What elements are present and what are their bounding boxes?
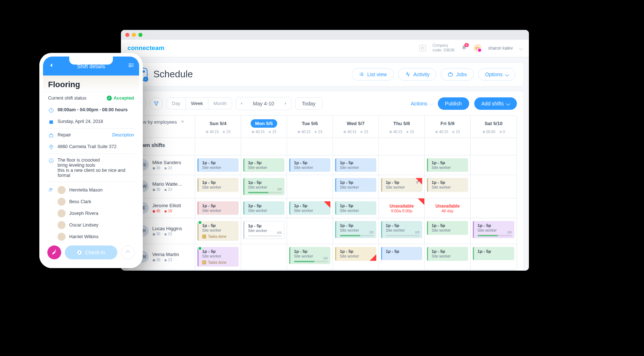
shift-block[interactable]: 1p - 5pSite worker (243, 158, 284, 172)
schedule-cell[interactable]: 1p - 5pSite worker3/5 (287, 244, 333, 270)
schedule-cell[interactable] (471, 155, 517, 175)
schedule-cell[interactable] (287, 175, 333, 198)
shift-block[interactable]: 1p - 5pSite worker3/5 (289, 247, 330, 264)
today-button[interactable]: Today (295, 97, 322, 110)
shift-block[interactable]: 1p - 5pSite worker0/5 (243, 221, 284, 239)
check-in-button[interactable]: Check-in (65, 245, 117, 259)
window-minimize-icon[interactable] (132, 33, 136, 37)
shift-block[interactable]: 1p - 5pSite worker (427, 221, 468, 235)
avatar-icon (58, 198, 66, 206)
schedule-cell[interactable]: 1p - 5pSite worker3/5 (471, 218, 517, 244)
view-day-tab[interactable]: Day (167, 98, 185, 109)
publish-button[interactable]: Publish (438, 97, 469, 110)
schedule-cell[interactable]: 1p - 5pSite worker3/5 (241, 175, 287, 198)
help-icon[interactable]: ? (419, 45, 426, 51)
schedule-cell[interactable]: 1p - 5pSite worker (333, 175, 379, 198)
shift-block[interactable]: 1p - 5pSite worker (197, 201, 239, 215)
schedule-cell[interactable]: 1p - 5pSite worker0/5 (379, 218, 425, 244)
jobs-button[interactable]: Jobs (441, 68, 474, 81)
view-month-tab[interactable]: Month (208, 98, 232, 109)
shift-block[interactable]: 1p - 5pSite worker (335, 158, 376, 172)
next-range-button[interactable] (280, 97, 291, 110)
schedule-cell[interactable]: 1p - 5pSite worker (333, 198, 379, 218)
schedule-cell[interactable] (379, 155, 425, 175)
schedule-cell[interactable]: 1p - 5pSite worker (425, 155, 471, 175)
user-avatar-icon[interactable]: SK (474, 44, 482, 52)
tasks-done-badge: ✓Tasks done (202, 235, 236, 239)
chevron-down-icon[interactable] (519, 46, 523, 50)
schedule-cell[interactable]: 1p - 5pSite worker (425, 218, 471, 244)
shift-block[interactable]: 1p - 5pSite worker (335, 201, 376, 215)
notifications-icon[interactable]: 3 (461, 45, 467, 51)
activity-button[interactable]: Activity (398, 68, 436, 81)
schedule-cell[interactable]: 1p - 5pSite worker (195, 155, 241, 175)
schedule-cell[interactable]: 1p - 5pSite worker (287, 155, 333, 175)
schedule-cell[interactable]: 1p - 5pSite worker (287, 198, 333, 218)
schedule-cell[interactable]: 1p - 5pSite worker (425, 175, 471, 198)
description-link[interactable]: Description (112, 132, 134, 138)
schedule-cell[interactable]: 1p - 5pSite worker (333, 155, 379, 175)
shift-block[interactable]: 1p - 5pSite worker✓Tasks done (197, 221, 239, 241)
schedule-cell[interactable] (471, 175, 517, 198)
expand-up-button[interactable] (121, 245, 135, 259)
day-header[interactable]: Tue 5/6 40:15 23 (287, 116, 333, 138)
day-header[interactable]: Sun 5/4 40:15 23 (195, 116, 241, 138)
shift-block[interactable]: 1p - 5pSite worker (243, 201, 284, 215)
more-menu-icon[interactable] (127, 62, 134, 70)
schedule-cell[interactable]: 1p - 5pSite worker3/5 (333, 218, 379, 244)
day-header[interactable]: Mon 5/5 40:15 23 (241, 116, 287, 138)
back-button[interactable] (48, 62, 55, 70)
schedule-cell[interactable]: Unavailable9:00a-5:00p (379, 198, 425, 218)
shift-block[interactable]: 1p - 5pSite worker (427, 178, 468, 192)
shift-block[interactable]: 1p - 5p (473, 247, 514, 260)
window-maximize-icon[interactable] (138, 33, 142, 37)
schedule-cell[interactable]: 1p - 5p (379, 244, 425, 270)
shift-block[interactable]: 1p - 5pSite worker (335, 247, 376, 261)
schedule-cell[interactable]: 1p - 5pSite worker (333, 244, 379, 270)
schedule-cell[interactable]: 1p - 5pSite worker (195, 175, 241, 198)
schedule-cell[interactable] (241, 244, 287, 270)
shift-block[interactable]: 1p - 5p (381, 247, 422, 260)
day-header[interactable]: Sat 5/10 00:00 0 (471, 116, 517, 138)
schedule-cell[interactable] (287, 218, 333, 244)
shift-block[interactable]: 1p - 5pSite worker3/5 (335, 221, 376, 238)
add-shifts-button[interactable]: Add shifts (474, 97, 517, 110)
shift-block[interactable]: 1p - 5pSite worker (197, 178, 239, 192)
brand-logo[interactable]: connecteam (127, 44, 164, 52)
actions-menu[interactable]: Actions (411, 101, 433, 107)
day-header[interactable]: Fri 5/9 40:15 23 (425, 116, 471, 138)
schedule-cell[interactable]: 1p - 5pSite worker (241, 155, 287, 175)
schedule-cell[interactable] (471, 198, 517, 218)
schedule-cell[interactable]: 1p - 5pSite worker (425, 244, 471, 270)
shift-block[interactable]: 1p - 5pSite worker (427, 158, 468, 172)
schedule-cell[interactable]: UnavailableAll day (425, 198, 471, 218)
shift-block[interactable]: 1p - 5pSite worker (289, 158, 330, 172)
shift-block[interactable]: 1p - 5pSite worker (289, 201, 330, 215)
schedule-cell[interactable]: 1p - 5p (471, 244, 517, 270)
schedule-cell[interactable]: 1p - 5pSite worker0/5 (241, 218, 287, 244)
view-week-tab[interactable]: Week (185, 98, 208, 109)
day-header[interactable]: Wed 5/7 40:15 23 (333, 116, 379, 138)
compose-fab[interactable] (47, 245, 61, 259)
shift-block[interactable]: 1p - 5pSite worker (335, 178, 376, 192)
filter-button[interactable] (150, 97, 163, 110)
shift-block[interactable]: 1p - 5pSite worker (427, 247, 468, 261)
schedule-cell[interactable]: 1p - 5pSite worker✓Tasks done (195, 244, 241, 270)
shift-block[interactable]: 1p - 5pSite worker (381, 178, 422, 192)
schedule-cell[interactable]: 1p - 5pSite worker (379, 175, 425, 198)
shift-block[interactable]: 1p - 5pSite worker0/5 (381, 221, 422, 238)
window-close-icon[interactable] (125, 33, 129, 37)
shift-block[interactable]: 1p - 5pSite worker (197, 158, 239, 172)
options-button[interactable]: Options (478, 68, 515, 81)
browser-window: connecteam ? Company code: 33636 3 SK sh… (121, 30, 529, 271)
shift-block[interactable]: 1p - 5pSite worker3/5 (473, 221, 514, 238)
top-navigation: connecteam ? Company code: 33636 3 SK sh… (121, 40, 529, 57)
schedule-cell[interactable]: 1p - 5pSite worker (241, 198, 287, 218)
list-view-button[interactable]: List view (352, 68, 394, 81)
schedule-cell[interactable]: 1p - 5pSite worker (195, 198, 241, 218)
shift-block[interactable]: 1p - 5pSite worker3/5 (243, 178, 284, 195)
day-header[interactable]: Thu 5/8 40:15 23 (379, 116, 425, 138)
prev-range-button[interactable] (236, 97, 247, 110)
schedule-cell[interactable]: 1p - 5pSite worker✓Tasks done (195, 218, 241, 244)
shift-block[interactable]: 1p - 5pSite worker✓Tasks done (197, 247, 239, 267)
